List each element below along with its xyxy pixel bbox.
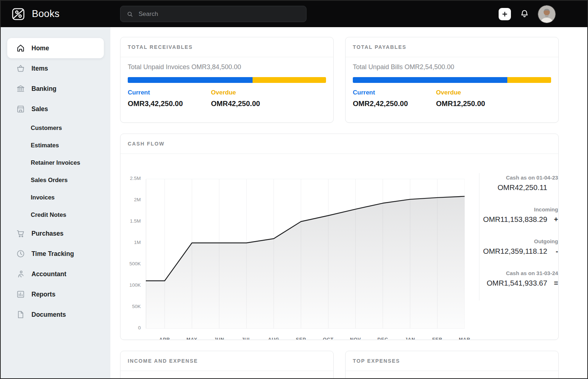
summary-label: Cash as on 31-03-24 xyxy=(487,270,558,276)
sidebar-item-time-tracking[interactable]: Time Tracking xyxy=(7,244,104,264)
content-area: HomeItemsBankingSalesCustomersEstimatesR… xyxy=(1,27,587,378)
card-header: TOP EXPENSES xyxy=(346,351,558,371)
sidebar-item-accountant[interactable]: Accountant xyxy=(7,264,104,284)
overdue-stat: Overdue OMR12,250.00 xyxy=(436,89,519,108)
overdue-bar-segment xyxy=(507,77,551,83)
sidebar-item-documents[interactable]: Documents xyxy=(7,304,104,325)
y-tick-label: 1M xyxy=(134,240,141,245)
sidebar-item-home[interactable]: Home xyxy=(7,38,104,58)
sidebar-item-label: Sales Orders xyxy=(31,177,68,184)
sidebar-item-retainer-invoices[interactable]: Retainer Invoices xyxy=(7,154,104,171)
summary-value-row: OMR12,359,118.12- xyxy=(483,247,558,256)
payables-title: TOTAL PAYABLES xyxy=(353,44,406,50)
current-label: Current xyxy=(353,89,436,96)
overdue-label: Overdue xyxy=(211,89,294,96)
payables-progress-bar xyxy=(353,77,551,83)
sidebar-item-label: Reports xyxy=(31,291,55,298)
receivables-progress-bar xyxy=(128,77,326,83)
y-tick-label: 500K xyxy=(129,261,141,266)
cashflow-summary-item: OutgoingOMR12,359,118.12- xyxy=(483,238,558,256)
summary-value-row: OMR11,153,838.29+ xyxy=(483,215,558,224)
income-expense-title: INCOME AND EXPENSE xyxy=(128,358,198,364)
sidebar-item-estimates[interactable]: Estimates xyxy=(7,136,104,154)
brand[interactable]: Books xyxy=(11,7,120,22)
y-tick-label: 2.5M xyxy=(130,176,141,181)
summary-value: OMR42,250.11 xyxy=(498,183,547,192)
receivables-subtitle: Total Unpaid Invoices OMR3,84,500.00 xyxy=(128,63,326,71)
payables-body: Total Unpaid Bills OMR2,54,500.00 Curren… xyxy=(346,57,558,114)
cashflow-body: 050K100K500K1M1.5M2M2.5M APRMAYJUNJULAUG… xyxy=(120,154,558,340)
cashflow-chart-svg xyxy=(146,173,465,332)
sidebar-item-label: Retainer Invoices xyxy=(31,159,80,166)
cashflow-summary-item: Cash as on 01-04-23OMR42,250.11 xyxy=(498,174,558,192)
receivables-title: TOTAL RECEIVABLES xyxy=(128,44,193,50)
summary-sign: - xyxy=(547,247,558,256)
sidebar-item-label: Estimates xyxy=(31,142,59,149)
overdue-label: Overdue xyxy=(436,89,519,96)
cashflow-plot: APRMAYJUNJULAUGSEPOCTNOVDECJANFEBMAR xyxy=(146,173,465,340)
sidebar-item-sales-orders[interactable]: Sales Orders xyxy=(7,171,104,189)
topbar: Books xyxy=(1,1,587,27)
receivables-body: Total Unpaid Invoices OMR3,84,500.00 Cur… xyxy=(120,57,333,114)
sidebar-item-banking[interactable]: Banking xyxy=(7,79,104,99)
x-axis-month-label: JAN xyxy=(405,337,415,340)
sidebar-item-sales[interactable]: Sales xyxy=(7,99,104,119)
reports-icon xyxy=(16,290,25,299)
sidebar-nav: HomeItemsBankingSalesCustomersEstimatesR… xyxy=(7,38,104,325)
summary-label: Outgoing xyxy=(483,238,558,244)
overdue-bar-segment xyxy=(253,77,326,83)
summary-value: OMR11,153,838.29 xyxy=(483,215,547,224)
sidebar-item-invoices[interactable]: Invoices xyxy=(7,189,104,206)
cashflow-summary: Cash as on 01-04-23OMR42,250.11IncomingO… xyxy=(479,173,559,300)
x-axis-month-label: NOV xyxy=(350,337,361,340)
bell-icon xyxy=(520,9,529,19)
sidebar-item-label: Purchases xyxy=(31,230,64,237)
card-header: TOTAL RECEIVABLES xyxy=(120,37,333,57)
bottom-cards-row: INCOME AND EXPENSE TOP EXPENSES xyxy=(120,351,559,378)
card-header: INCOME AND EXPENSE xyxy=(120,351,333,371)
current-amount: OMR2,42,250.00 xyxy=(353,100,436,108)
quick-add-button[interactable] xyxy=(499,8,511,20)
main-panel: TOTAL RECEIVABLES Total Unpaid Invoices … xyxy=(110,27,587,378)
sidebar-item-items[interactable]: Items xyxy=(7,58,104,79)
sidebar-item-customers[interactable]: Customers xyxy=(7,119,104,136)
overdue-amount: OMR42,250.00 xyxy=(211,100,294,108)
sidebar-item-label: Banking xyxy=(31,85,56,93)
summary-value-row: OMR1,541,933.67= xyxy=(487,279,558,287)
sidebar-item-label: Home xyxy=(31,45,49,52)
total-payables-card: TOTAL PAYABLES Total Unpaid Bills OMR2,5… xyxy=(345,37,559,123)
sidebar-item-label: Accountant xyxy=(31,270,66,278)
y-tick-label: 2M xyxy=(134,197,141,202)
search-icon xyxy=(126,10,134,18)
sidebar-item-purchases[interactable]: Purchases xyxy=(7,223,104,244)
plus-icon xyxy=(501,10,508,18)
user-avatar[interactable] xyxy=(538,5,555,23)
books-logo-icon xyxy=(11,7,26,22)
sidebar-item-label: Credit Notes xyxy=(31,211,66,218)
search-box[interactable] xyxy=(120,6,306,22)
cashflow-summary-item: Cash as on 31-03-24OMR1,541,933.67= xyxy=(487,270,558,287)
app-window: Books xyxy=(0,0,588,379)
card-header: CASH FLOW xyxy=(120,134,558,154)
notifications-button[interactable] xyxy=(520,9,529,19)
cashflow-summary-item: IncomingOMR11,153,838.29+ xyxy=(483,206,558,224)
current-stat: Current OMR2,42,250.00 xyxy=(353,89,436,108)
cart-icon xyxy=(16,229,25,238)
x-axis-month-label: JUN xyxy=(214,337,224,340)
summary-value: OMR1,541,933.67 xyxy=(487,279,547,287)
x-axis-month-label: MAY xyxy=(186,337,197,340)
sidebar: HomeItemsBankingSalesCustomersEstimatesR… xyxy=(1,27,110,378)
sidebar-item-credit-notes[interactable]: Credit Notes xyxy=(7,206,104,223)
summary-cards-row: TOTAL RECEIVABLES Total Unpaid Invoices … xyxy=(120,37,559,123)
current-amount: OMR3,42,250.00 xyxy=(128,100,211,108)
storefront-icon xyxy=(16,104,25,114)
sidebar-item-reports[interactable]: Reports xyxy=(7,284,104,304)
search-input[interactable] xyxy=(138,10,300,18)
summary-sign: = xyxy=(547,279,558,287)
income-and-expense-card: INCOME AND EXPENSE xyxy=(120,351,334,378)
document-icon xyxy=(16,310,25,319)
x-axis-month-label: OCT xyxy=(323,337,334,340)
x-axis-month-label: APR xyxy=(159,337,170,340)
current-bar-segment xyxy=(128,77,253,83)
summary-label: Cash as on 01-04-23 xyxy=(498,174,558,181)
